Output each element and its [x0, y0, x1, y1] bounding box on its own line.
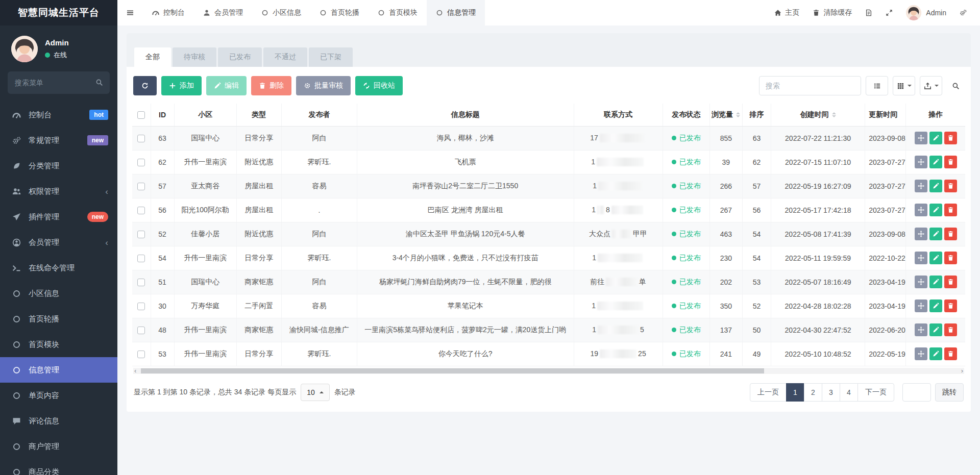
- add-button[interactable]: 添加: [161, 76, 202, 95]
- sidebar-item-general[interactable]: 常规管理new: [0, 128, 117, 153]
- scrollbar-thumb[interactable]: [141, 368, 764, 373]
- drag-sort-button[interactable]: [915, 204, 927, 216]
- sidebar-item-page[interactable]: 单页内容: [0, 383, 117, 408]
- drag-sort-button[interactable]: [915, 276, 927, 288]
- column-header-views[interactable]: 浏览量: [709, 104, 742, 126]
- sidebar-item-banner[interactable]: 首页轮播: [0, 306, 117, 332]
- topnav-item-module[interactable]: 首页模块: [369, 0, 427, 26]
- sidebar-item-dashboard[interactable]: 控制台hot: [0, 102, 117, 128]
- refresh-button[interactable]: [133, 76, 157, 95]
- row-checkbox[interactable]: [137, 351, 145, 358]
- page-button-2[interactable]: 2: [804, 383, 822, 402]
- edit-row-button[interactable]: [929, 347, 942, 360]
- recycle-button[interactable]: 回收站: [355, 76, 403, 95]
- topnav-item-banner[interactable]: 首页轮播: [310, 0, 369, 26]
- sidebar-item-member[interactable]: 会员管理‹: [0, 230, 117, 255]
- jump-page-input[interactable]: [902, 383, 931, 402]
- drag-sort-button[interactable]: [915, 132, 927, 144]
- row-checkbox[interactable]: [137, 303, 145, 310]
- fullscreen-button[interactable]: [886, 9, 893, 16]
- sidebar-item-comment[interactable]: 评论信息: [0, 408, 117, 434]
- edit-row-button[interactable]: [929, 252, 942, 264]
- drag-sort-button[interactable]: [915, 323, 927, 336]
- page-button-1[interactable]: 1: [786, 383, 804, 402]
- select-all-checkbox[interactable]: [137, 111, 145, 119]
- sidebar-item-community[interactable]: 小区信息: [0, 281, 117, 306]
- row-checkbox[interactable]: [137, 279, 145, 286]
- edit-row-button[interactable]: [929, 132, 942, 144]
- topnav-item-member[interactable]: 会员管理: [194, 0, 252, 26]
- row-checkbox[interactable]: [137, 231, 145, 238]
- sidebar-item-goods-category[interactable]: 商品分类: [0, 459, 117, 475]
- jump-button[interactable]: 跳转: [935, 383, 964, 402]
- horizontal-scrollbar[interactable]: ‹ ›: [133, 368, 964, 374]
- edit-row-button[interactable]: [929, 204, 942, 216]
- row-checkbox[interactable]: [137, 183, 145, 190]
- delete-row-button[interactable]: [944, 252, 957, 264]
- table-search-input[interactable]: [759, 76, 861, 95]
- edit-row-button[interactable]: [929, 276, 942, 288]
- row-checkbox[interactable]: [137, 207, 145, 214]
- page-button-4[interactable]: 4: [840, 383, 858, 402]
- columns-button[interactable]: [893, 76, 915, 95]
- sidebar-item-command[interactable]: 在线命令管理: [0, 255, 117, 281]
- sidebar-item-auth[interactable]: 权限管理‹: [0, 179, 117, 204]
- delete-row-button[interactable]: [944, 299, 957, 312]
- delete-row-button[interactable]: [944, 276, 957, 288]
- delete-row-button[interactable]: [944, 347, 957, 360]
- next-page-button[interactable]: 下一页: [857, 383, 894, 402]
- language-button[interactable]: [865, 9, 872, 16]
- tab-已下架[interactable]: 已下架: [309, 47, 353, 67]
- delete-button[interactable]: 删除: [251, 76, 291, 95]
- row-checkbox[interactable]: [137, 255, 145, 262]
- sidebar-item-merchant[interactable]: 商户管理: [0, 434, 117, 459]
- home-button[interactable]: 主页: [774, 8, 799, 17]
- delete-row-button[interactable]: [944, 132, 957, 144]
- toggle-view-button[interactable]: [866, 76, 888, 95]
- row-checkbox[interactable]: [137, 327, 145, 334]
- sidebar-item-addon[interactable]: 插件管理new: [0, 204, 117, 230]
- sidebar-item-category[interactable]: 分类管理: [0, 153, 117, 179]
- tab-全部[interactable]: 全部: [134, 47, 171, 67]
- drag-sort-button[interactable]: [915, 252, 927, 264]
- topnav-item-dashboard[interactable]: 控制台: [143, 0, 194, 26]
- edit-row-button[interactable]: [929, 299, 942, 312]
- drag-sort-button[interactable]: [915, 180, 927, 192]
- export-button[interactable]: [920, 76, 942, 95]
- search-button[interactable]: [947, 76, 964, 95]
- delete-row-button[interactable]: [944, 156, 957, 168]
- per-page-select[interactable]: 10: [301, 384, 330, 401]
- edit-row-button[interactable]: [929, 323, 942, 336]
- tab-已发布[interactable]: 已发布: [218, 47, 262, 67]
- sidebar-toggle-button[interactable]: [117, 0, 143, 26]
- user-menu[interactable]: Admin: [906, 5, 946, 20]
- tab-不通过[interactable]: 不通过: [263, 47, 307, 67]
- delete-row-button[interactable]: [944, 228, 957, 240]
- row-checkbox[interactable]: [137, 135, 145, 142]
- scroll-right-arrow[interactable]: ›: [961, 366, 963, 375]
- sidebar-item-module[interactable]: 首页模块: [0, 332, 117, 357]
- prev-page-button[interactable]: 上一页: [750, 383, 787, 402]
- delete-row-button[interactable]: [944, 180, 957, 192]
- tab-待审核[interactable]: 待审核: [173, 47, 216, 67]
- batch-audit-button[interactable]: 批量审核: [296, 76, 351, 95]
- edit-row-button[interactable]: [929, 156, 942, 168]
- topnav-item-community[interactable]: 小区信息: [252, 0, 310, 26]
- row-checkbox[interactable]: [137, 159, 145, 166]
- topnav-item-information[interactable]: 信息管理: [427, 0, 485, 26]
- drag-sort-button[interactable]: [915, 347, 927, 360]
- edit-button[interactable]: 编辑: [206, 76, 247, 95]
- scroll-left-arrow[interactable]: ‹: [134, 366, 136, 375]
- clear-cache-button[interactable]: 清除缓存: [813, 8, 852, 17]
- drag-sort-button[interactable]: [915, 156, 927, 168]
- delete-row-button[interactable]: [944, 204, 957, 216]
- delete-row-button[interactable]: [944, 323, 957, 336]
- edit-row-button[interactable]: [929, 228, 942, 240]
- column-header-created[interactable]: 创建时间: [771, 104, 865, 126]
- sidebar-item-information[interactable]: 信息管理: [0, 357, 117, 383]
- page-button-3[interactable]: 3: [822, 383, 840, 402]
- settings-button[interactable]: [960, 9, 967, 16]
- edit-row-button[interactable]: [929, 180, 942, 192]
- drag-sort-button[interactable]: [915, 299, 927, 312]
- drag-sort-button[interactable]: [915, 228, 927, 240]
